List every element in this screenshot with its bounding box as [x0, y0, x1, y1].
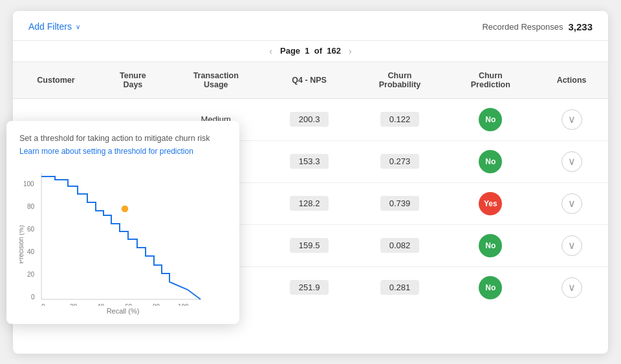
recorded-responses-label: Recorded Responses: [482, 22, 563, 32]
col-header-transaction: TransactionUsage: [167, 62, 265, 99]
churn-prediction-badge: No: [479, 276, 502, 299]
nps-pill: 153.3: [290, 154, 329, 169]
cell-churn-prob: 0.122: [353, 98, 446, 140]
churn-prob-pill: 0.273: [380, 154, 420, 169]
col-header-actions: Actions: [535, 62, 608, 99]
cell-churn-pred: No: [446, 266, 536, 308]
col-header-churn-prob: ChurnProbability: [353, 62, 446, 99]
add-filters-label: Add Filters: [28, 21, 72, 32]
add-filters-button[interactable]: Add Filters ∨: [28, 21, 80, 32]
x-tick-100: 100: [178, 303, 189, 306]
overlay-title: Set a threshold for taking action to mit…: [19, 133, 226, 145]
cell-churn-pred: Yes: [446, 182, 536, 224]
action-expand-button[interactable]: ∨: [561, 277, 582, 298]
nps-pill: 251.9: [290, 280, 329, 295]
cell-actions: ∨: [535, 140, 608, 182]
cell-churn-prob: 0.739: [353, 182, 446, 224]
next-page-button[interactable]: ›: [349, 46, 352, 56]
chart-area: 0 20 40 60 80 100 0 20 40 60 80 100 Prec…: [19, 164, 226, 306]
page-info: Page 1 of 162: [280, 46, 341, 56]
x-tick-20: 20: [70, 303, 78, 306]
top-bar: Add Filters ∨ Recorded Responses 3,233: [13, 11, 608, 41]
overlay-card: Set a threshold for taking action to mit…: [6, 121, 239, 325]
cell-nps: 153.3: [265, 140, 354, 182]
cell-nps: 159.5: [265, 224, 354, 266]
cell-churn-prob: 0.082: [353, 224, 446, 266]
y-tick-20: 20: [27, 271, 35, 278]
churn-prob-pill: 0.281: [380, 280, 420, 295]
nps-pill: 200.3: [290, 112, 329, 127]
page-text: Page: [280, 46, 300, 56]
y-tick-80: 80: [27, 203, 35, 210]
cell-actions: ∨: [535, 182, 608, 224]
action-expand-button[interactable]: ∨: [561, 109, 582, 130]
cell-churn-prob: 0.273: [353, 140, 446, 182]
threshold-dot[interactable]: [121, 205, 129, 213]
table-header-row: Customer TenureDays TransactionUsage Q4 …: [13, 62, 608, 99]
x-tick-40: 40: [97, 303, 105, 306]
col-header-churn-pred: ChurnPrediction: [446, 62, 536, 99]
total-pages: 162: [327, 46, 341, 56]
cell-nps: 200.3: [265, 98, 354, 140]
y-tick-40: 40: [27, 248, 35, 255]
x-axis-title: Recall (%): [19, 307, 226, 315]
overlay-link[interactable]: Learn more about setting a threshold for…: [19, 147, 226, 156]
cell-actions: ∨: [535, 224, 608, 266]
y-axis-title: Precision (%): [19, 226, 25, 264]
cell-actions: ∨: [535, 98, 608, 140]
churn-prediction-badge: No: [479, 108, 502, 131]
y-tick-0: 0: [31, 294, 35, 301]
col-header-tenure: TenureDays: [99, 62, 167, 99]
action-expand-button[interactable]: ∨: [561, 235, 582, 256]
x-tick-60: 60: [125, 303, 133, 306]
churn-prediction-badge: No: [479, 234, 502, 257]
action-expand-button[interactable]: ∨: [561, 193, 582, 214]
x-tick-0: 0: [41, 303, 45, 306]
col-header-customer: Customer: [13, 62, 99, 99]
main-card: Add Filters ∨ Recorded Responses 3,233 ‹…: [13, 11, 608, 354]
churn-prediction-badge: No: [479, 150, 502, 173]
churn-prediction-badge: Yes: [479, 192, 502, 215]
churn-prob-pill: 0.739: [380, 196, 420, 211]
churn-prob-pill: 0.082: [380, 238, 420, 253]
nps-pill: 159.5: [290, 238, 329, 253]
cell-churn-pred: No: [446, 140, 536, 182]
recorded-responses-count: 3,233: [568, 21, 593, 32]
current-page: 1: [305, 46, 309, 56]
churn-prob-pill: 0.122: [380, 112, 420, 127]
action-expand-button[interactable]: ∨: [561, 151, 582, 172]
cell-nps: 251.9: [265, 266, 354, 308]
pagination-bar: ‹ Page 1 of 162 ›: [13, 41, 608, 62]
y-tick-100: 100: [23, 180, 34, 187]
cell-actions: ∨: [535, 266, 608, 308]
y-tick-60: 60: [27, 226, 35, 233]
chevron-down-icon: ∨: [76, 23, 80, 30]
prev-page-button[interactable]: ‹: [269, 46, 272, 56]
pr-curve: [41, 177, 201, 299]
cell-churn-prob: 0.281: [353, 266, 446, 308]
x-tick-80: 80: [153, 303, 160, 306]
col-header-nps: Q4 - NPS: [265, 62, 354, 99]
recorded-responses: Recorded Responses 3,233: [482, 21, 593, 32]
cell-churn-pred: No: [446, 98, 536, 140]
nps-pill: 128.2: [290, 196, 329, 211]
precision-recall-chart: 0 20 40 60 80 100 0 20 40 60 80 100 Prec…: [19, 164, 226, 306]
of-text: of: [314, 46, 322, 56]
cell-nps: 128.2: [265, 182, 354, 224]
cell-churn-pred: No: [446, 224, 536, 266]
